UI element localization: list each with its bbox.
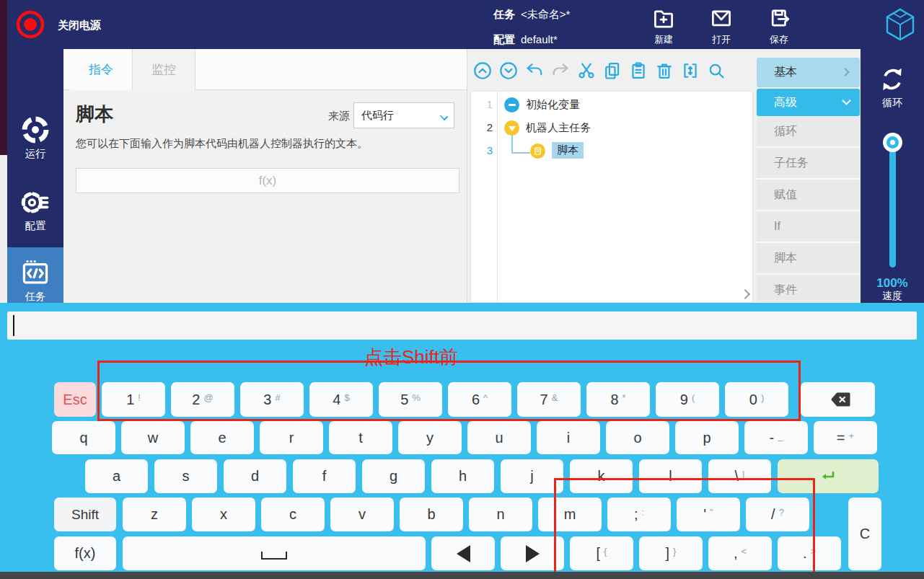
tree-node-row[interactable]: 2机器人主任务 <box>471 117 752 140</box>
key-a[interactable]: a <box>85 459 148 493</box>
sidebar-item-config[interactable]: 配置 <box>7 180 63 247</box>
key-bracket-open[interactable]: [{ <box>570 536 633 570</box>
script-expression-input[interactable] <box>76 168 459 193</box>
key-bracket-close[interactable]: ]} <box>639 536 703 570</box>
key-j[interactable]: j <box>501 459 563 493</box>
loop-icon[interactable] <box>878 65 907 94</box>
key-arrow-left[interactable] <box>431 536 495 570</box>
key-semicolon[interactable]: ;: <box>607 498 671 531</box>
key-v[interactable]: v <box>330 498 394 531</box>
key-6[interactable]: 6^ <box>448 382 511 417</box>
topbar-action-3[interactable]: 保存 <box>750 4 808 46</box>
paste-icon[interactable] <box>628 61 648 81</box>
key-main-char: i <box>567 430 570 446</box>
key-shift-char: { <box>604 546 607 557</box>
key-arrow-right[interactable] <box>501 536 564 570</box>
key-h[interactable]: h <box>431 459 494 493</box>
key-t[interactable]: t <box>329 421 392 454</box>
cut-icon[interactable] <box>576 61 597 81</box>
sidebar-item-task[interactable]: 任务 <box>7 251 63 303</box>
key-5[interactable]: 5% <box>379 382 442 417</box>
tree-node-row[interactable]: 1初始化变量 <box>471 94 752 117</box>
key-8[interactable]: 8* <box>586 382 650 417</box>
key-c-tall[interactable]: C <box>848 498 881 570</box>
key-b[interactable]: b <box>400 498 463 531</box>
key-comma[interactable]: ,< <box>708 536 772 570</box>
speed-label: 速度 <box>861 290 924 303</box>
power-button[interactable] <box>14 9 46 40</box>
key-e[interactable]: e <box>190 421 254 454</box>
key-2[interactable]: 2@ <box>171 382 234 417</box>
key-shift[interactable]: Shift <box>54 498 116 531</box>
config-label: 配置 <box>493 33 515 47</box>
key-u[interactable]: u <box>467 421 531 454</box>
key-f[interactable]: f <box>293 459 356 493</box>
move-down-icon[interactable] <box>498 61 519 81</box>
key-equals[interactable]: =+ <box>814 421 877 454</box>
sidebar-item-run[interactable]: 运行 <box>7 108 63 174</box>
redo-icon[interactable] <box>550 61 571 81</box>
key-s[interactable]: s <box>154 459 217 493</box>
key-k[interactable]: k <box>570 459 633 493</box>
topbar-action-2[interactable]: 打开 <box>692 4 750 46</box>
key-y[interactable]: y <box>398 421 462 454</box>
speed-slider-handle[interactable] <box>883 133 902 152</box>
key-p[interactable]: p <box>675 421 739 454</box>
key-w[interactable]: w <box>121 421 185 454</box>
tree-node-row[interactable]: 3脚本 <box>471 140 752 163</box>
key-l[interactable]: l <box>639 459 702 493</box>
key-c[interactable]: c <box>261 498 325 531</box>
key-space[interactable] <box>123 536 426 570</box>
key-i[interactable]: i <box>537 421 600 454</box>
copy-icon[interactable] <box>602 61 622 81</box>
key-minus[interactable]: -_ <box>744 421 808 454</box>
source-dropdown[interactable]: 代码行 <box>353 102 454 128</box>
key-9[interactable]: 9( <box>656 382 719 417</box>
key-period[interactable]: .> <box>778 536 841 570</box>
palette-item-subtask[interactable]: 子任务 <box>757 148 860 180</box>
key-x[interactable]: x <box>192 498 255 531</box>
delete-icon[interactable] <box>654 61 674 81</box>
move-up-icon[interactable] <box>472 61 493 81</box>
tree-node-number: 2 <box>471 121 493 133</box>
palette-item-event[interactable]: 事件 <box>757 275 860 303</box>
key-main-char: 9 <box>680 392 688 408</box>
key-quote[interactable]: '" <box>677 498 740 531</box>
palette-item-if[interactable]: If <box>757 211 860 243</box>
palette-group-advanced[interactable]: 高级 <box>757 89 860 116</box>
speed-slider-track[interactable] <box>889 143 896 268</box>
palette-item-assignment[interactable]: 赋值 <box>757 180 860 211</box>
palette-item-loop[interactable]: 循环 <box>757 116 860 148</box>
key-main-char: / <box>771 506 775 523</box>
key-1[interactable]: 1! <box>102 382 165 417</box>
key-z[interactable]: z <box>123 498 186 531</box>
keyboard-text-input[interactable] <box>7 311 917 340</box>
tab-instruction[interactable]: 指令 <box>70 49 133 90</box>
key-o[interactable]: o <box>606 421 669 454</box>
key-m[interactable]: m <box>538 498 602 531</box>
key-d[interactable]: d <box>224 459 286 493</box>
key-shift-char: * <box>622 392 626 403</box>
key-4[interactable]: 4$ <box>309 382 373 417</box>
key-slash[interactable]: /? <box>746 498 809 531</box>
key-backslash[interactable]: \| <box>708 459 771 493</box>
palette-group-basic[interactable]: 基本 <box>757 58 860 87</box>
undo-icon[interactable] <box>524 61 545 81</box>
key-backspace[interactable] <box>801 382 875 417</box>
key-enter[interactable] <box>778 459 879 493</box>
replace-icon[interactable] <box>680 61 700 81</box>
key-g[interactable]: g <box>362 459 425 493</box>
palette-item-script[interactable]: 脚本 <box>757 243 860 275</box>
config-value: default* <box>521 33 558 45</box>
key-r[interactable]: r <box>260 421 323 454</box>
key-esc[interactable]: Esc <box>54 382 96 417</box>
key-0[interactable]: 0) <box>725 382 788 417</box>
tab-monitor[interactable]: 监控 <box>133 49 195 90</box>
key-7[interactable]: 7& <box>517 382 581 417</box>
key-q[interactable]: q <box>52 421 115 454</box>
topbar-action-1[interactable]: 新建 <box>635 4 692 46</box>
key-3[interactable]: 3# <box>240 382 304 417</box>
key-fx[interactable]: f(x) <box>54 536 116 570</box>
search-icon[interactable] <box>706 61 726 81</box>
key-n[interactable]: n <box>469 498 532 531</box>
